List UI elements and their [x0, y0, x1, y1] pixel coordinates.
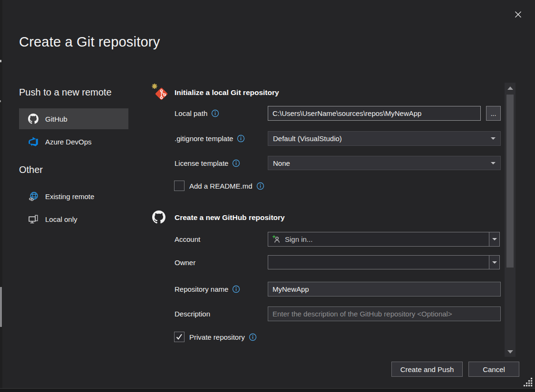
cancel-button[interactable]: Cancel — [468, 362, 519, 377]
info-icon[interactable] — [211, 109, 219, 117]
chevron-down-icon — [492, 238, 497, 240]
repo-name-input[interactable] — [268, 282, 501, 296]
create-and-push-button[interactable]: Create and Push — [391, 362, 463, 377]
local-path-label-row: Local path — [175, 106, 219, 121]
globe-link-icon — [28, 191, 39, 202]
gitignore-template-dropdown[interactable]: Default (VisualStudio) — [268, 131, 501, 146]
license-template-value: None — [273, 159, 290, 167]
info-icon[interactable] — [232, 159, 240, 167]
account-label-row: Account — [175, 232, 200, 247]
create-git-repository-dialog: Create a Git repository Push to a new re… — [0, 0, 535, 392]
owner-label-row: Owner — [175, 255, 195, 270]
account-signin-text: Sign in... — [285, 235, 312, 243]
section-header-github-repo: Create a new GitHub repository — [175, 213, 285, 222]
github-section-icon — [152, 210, 165, 226]
chevron-down-icon — [492, 261, 497, 264]
sidebar-item-label: Local only — [45, 215, 78, 223]
dialog-title: Create a Git repository — [19, 34, 160, 50]
close-icon — [514, 10, 523, 19]
window-left-edge — [0, 0, 2, 392]
info-icon[interactable] — [232, 285, 240, 293]
gitignore-label-row: .gitignore template — [175, 131, 245, 146]
owner-combo-arrow[interactable] — [489, 256, 499, 269]
sidebar-item-azure-devops[interactable]: Azure DevOps — [19, 131, 128, 152]
github-icon — [28, 114, 39, 124]
license-label: License template — [175, 159, 228, 167]
repo-name-label-row: Repository name — [175, 282, 240, 296]
triangle-down-icon — [507, 350, 513, 354]
sidebar-header-push-remote: Push to a new remote — [19, 87, 112, 98]
repo-name-label: Repository name — [175, 285, 228, 293]
scrollbar-thumb[interactable] — [506, 95, 514, 268]
vertical-scrollbar[interactable] — [505, 83, 516, 357]
edge-artifact — [0, 287, 2, 327]
account-combo-body[interactable]: Sign in... — [268, 232, 489, 246]
info-icon[interactable] — [256, 182, 264, 190]
local-path-label: Local path — [175, 109, 207, 117]
chevron-down-icon — [491, 162, 496, 164]
section-header-local-git: Initialize a local Git repository — [175, 88, 279, 97]
gitignore-label: .gitignore template — [175, 134, 233, 143]
sidebar-header-other: Other — [19, 164, 43, 175]
owner-combo[interactable] — [268, 255, 500, 269]
window-bottom-edge — [0, 388, 535, 392]
git-init-icon — [150, 82, 170, 104]
monitor-icon — [28, 214, 39, 225]
sidebar-item-existing-remote[interactable]: Existing remote — [19, 186, 128, 206]
chevron-down-icon — [491, 137, 496, 140]
private-repo-label: Private repository — [189, 333, 245, 341]
readme-label-row: Add a README.md — [189, 181, 264, 191]
private-repo-checkbox[interactable] — [174, 332, 185, 342]
info-icon[interactable] — [237, 134, 245, 143]
info-icon[interactable] — [249, 333, 257, 341]
gitignore-template-value: Default (VisualStudio) — [273, 134, 342, 143]
license-label-row: License template — [175, 156, 240, 171]
local-path-input[interactable] — [268, 106, 481, 121]
readme-checkbox[interactable] — [174, 181, 185, 191]
resize-grip-icon — [523, 377, 533, 387]
sidebar-item-label: Azure DevOps — [45, 138, 92, 146]
account-label: Account — [175, 235, 200, 243]
owner-combo-body[interactable] — [268, 256, 489, 269]
add-user-icon — [272, 235, 281, 244]
account-combo-arrow[interactable] — [489, 232, 499, 246]
close-button[interactable] — [511, 7, 525, 21]
resize-grip[interactable] — [523, 377, 533, 389]
account-combo[interactable]: Sign in... — [268, 232, 500, 247]
readme-label: Add a README.md — [189, 182, 253, 190]
sidebar-item-label: Existing remote — [45, 192, 94, 201]
scrollbar-up-arrow[interactable] — [505, 84, 516, 92]
owner-label: Owner — [175, 258, 195, 267]
scrollbar-down-arrow[interactable] — [505, 347, 516, 356]
triangle-up-icon — [507, 86, 513, 90]
edge-artifact — [0, 60, 1, 62]
description-label-row: Description — [175, 306, 210, 321]
edge-artifact — [0, 100, 1, 102]
description-input[interactable] — [268, 306, 501, 321]
sidebar-item-local-only[interactable]: Local only — [19, 209, 128, 229]
sidebar-item-github[interactable]: GitHub — [19, 108, 128, 129]
description-label: Description — [175, 310, 210, 318]
azure-devops-icon — [28, 136, 39, 147]
sidebar-item-label: GitHub — [45, 115, 68, 123]
private-repo-label-row: Private repository — [189, 332, 257, 342]
check-icon — [175, 333, 183, 341]
license-template-dropdown[interactable]: None — [268, 156, 501, 170]
browse-button[interactable]: ... — [486, 106, 501, 121]
